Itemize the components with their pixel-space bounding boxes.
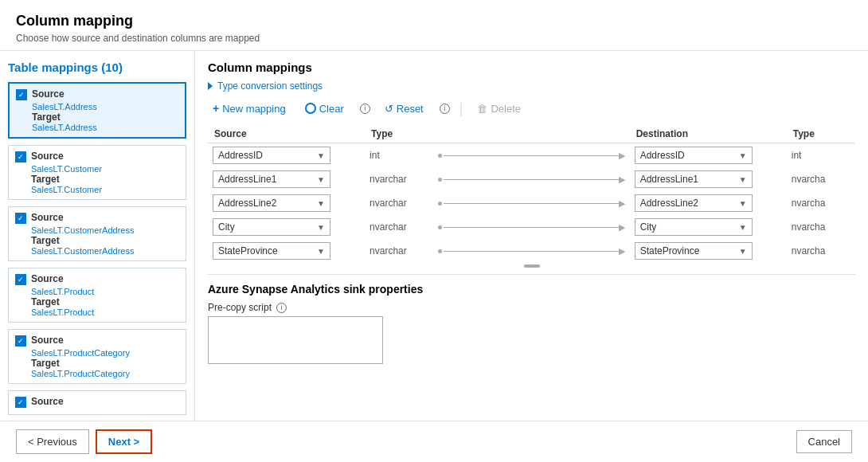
type-src-4: nvarchar [369,221,407,233]
target-label-4: Target [31,296,179,307]
dest-dropdown-4[interactable]: City ▼ [635,218,753,236]
clear-button[interactable]: Clear [300,100,349,117]
table-mapping-item-4[interactable]: Source SalesLT.Product Target SalesLT.Pr… [8,268,186,323]
scroll-indicator [208,264,855,268]
checkbox-2[interactable] [15,151,26,162]
caret-icon-5: ▼ [317,247,325,256]
mapping-table: Source Type Destination Type Add [208,125,855,263]
source-label-6: Source [31,396,64,407]
arrow-line-5: ▶ [438,246,624,256]
source-sub-4: SalesLT.Product [31,287,179,296]
mapping-toolbar: + New mapping Clear i ↺ Reset i | 🗑 Dele… [208,100,855,117]
target-label-3: Target [31,235,179,246]
arrow-line-2: ▶ [438,174,624,185]
type-dst-4: nvarcha [792,221,826,233]
target-sub-5: SalesLT.ProductCategory [31,369,179,378]
reset-info-icon: i [440,104,450,114]
clear-info-icon: i [360,104,370,114]
col-header-arrow [433,125,629,143]
col-header-source: Source [208,125,365,143]
dest-dropdown-2[interactable]: AddressLine1 ▼ [635,170,753,188]
mapping-table-area: Source Type Destination Type Add [208,125,855,411]
table-row: City ▼ nvarchar ▶ [208,215,855,239]
main-area: Table mappings (10) Source SalesLT.Addre… [0,51,868,421]
page-header: Column mapping Choose how source and des… [0,0,868,51]
source-sub-1: SalesLT.Address [32,102,178,112]
source-sub-3: SalesLT.CustomerAddress [31,225,179,235]
delete-button[interactable]: 🗑 Delete [472,100,526,117]
plus-icon: + [213,102,219,115]
source-dropdown-4[interactable]: City ▼ [213,218,330,236]
dest-dropdown-3[interactable]: AddressLine2 ▼ [635,194,753,212]
checkbox-5[interactable] [15,335,26,346]
type-src-2: nvarchar [369,174,407,185]
left-panel: Table mappings (10) Source SalesLT.Addre… [0,51,195,421]
table-mappings-title: Table mappings (10) [8,61,186,74]
table-row: AddressID ▼ int ▶ [208,143,855,168]
target-label-1: Target [32,112,178,123]
table-mapping-item-5[interactable]: Source SalesLT.ProductCategory Target Sa… [8,329,186,384]
source-dropdown-1[interactable]: AddressID ▼ [213,147,330,164]
table-mapping-item-3[interactable]: Source SalesLT.CustomerAddress Target Sa… [8,206,186,261]
arrow-line-1: ▶ [438,151,624,161]
dest-caret-icon: ▼ [739,151,747,160]
table-mapping-item-2[interactable]: Source SalesLT.Customer Target SalesLT.C… [8,145,186,200]
pre-copy-label: Pre-copy script i [208,302,855,313]
checkbox-4[interactable] [15,274,26,285]
column-mappings-title: Column mappings [208,61,855,74]
table-mapping-item-6[interactable]: Source [8,390,186,415]
page-footer: < Previous Next > Cancel [0,421,868,462]
col-header-type-src: Type [365,125,433,143]
sink-title: Azure Synapse Analytics sink properties [208,283,855,296]
source-dropdown-5[interactable]: StateProvince ▼ [213,242,330,260]
reset-label: Reset [397,103,424,115]
page-title: Column mapping [16,13,852,29]
footer-nav: < Previous Next > [16,429,152,454]
dest-dropdown-5[interactable]: StateProvince ▼ [635,242,753,260]
target-sub-3: SalesLT.CustomerAddress [31,246,179,256]
dest-dropdown-1[interactable]: AddressID ▼ [635,147,753,164]
clear-label: Clear [319,103,344,115]
dest-caret-icon-4: ▼ [739,223,747,232]
next-button[interactable]: Next > [96,429,152,454]
table-mapping-item-1[interactable]: Source SalesLT.Address Target SalesLT.Ad… [8,82,186,139]
target-label-2: Target [31,174,179,185]
reset-button[interactable]: ↺ Reset [380,100,428,117]
source-dropdown-2[interactable]: AddressLine1 ▼ [213,170,330,188]
type-conversion-label: Type conversion settings [217,80,323,92]
dest-caret-icon-2: ▼ [739,175,747,184]
sink-section: Azure Synapse Analytics sink properties … [208,274,855,366]
pre-copy-script-input[interactable] [208,316,383,364]
caret-icon-3: ▼ [317,199,325,208]
dest-caret-icon-3: ▼ [739,199,747,208]
delete-label: Delete [491,103,521,115]
caret-icon-2: ▼ [317,175,325,184]
type-conversion-settings[interactable]: Type conversion settings [208,80,855,92]
clear-icon [305,103,316,114]
type-src-3: nvarchar [369,198,407,209]
chevron-right-icon [208,82,213,90]
pre-copy-info-icon: i [276,303,287,313]
target-sub-1: SalesLT.Address [32,123,178,132]
dest-caret-icon-5: ▼ [739,247,747,256]
arrow-line-4: ▶ [438,222,624,233]
checkbox-1[interactable] [16,89,27,100]
previous-button[interactable]: < Previous [16,429,89,454]
checkbox-6[interactable] [15,397,26,408]
target-label-5: Target [31,358,179,369]
right-panel: Column mappings Type conversion settings… [195,51,868,421]
page-subtitle: Choose how source and destination column… [16,33,852,44]
source-sub-5: SalesLT.ProductCategory [31,348,179,358]
checkbox-3[interactable] [15,213,26,224]
caret-icon-4: ▼ [317,223,325,232]
source-dropdown-3[interactable]: AddressLine2 ▼ [213,194,330,212]
delete-icon: 🗑 [477,103,487,115]
toolbar-separator: | [459,100,463,117]
new-mapping-button[interactable]: + New mapping [208,100,291,117]
cancel-button[interactable]: Cancel [796,430,852,453]
type-src-1: int [369,150,380,161]
col-header-dest: Destination [630,125,787,143]
source-sub-2: SalesLT.Customer [31,164,179,174]
caret-icon: ▼ [317,151,325,160]
source-label-3: Source [31,212,64,223]
